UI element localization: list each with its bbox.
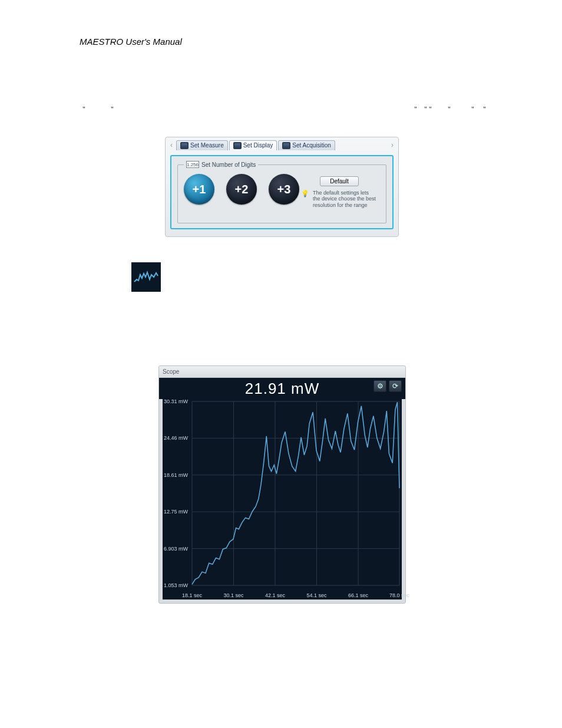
scope-titlebar: Scope [159, 366, 405, 378]
gear-icon: ⚙ [377, 382, 384, 390]
tabs-scroll-right[interactable]: › [389, 140, 396, 150]
scope-window: Scope 21.91 mW ⚙ ⟳ 30.31 mW24.46 mW18.61… [158, 365, 406, 604]
digits-legend-text: Set Number of Digits [201, 162, 256, 168]
quote-mark: " [414, 105, 417, 114]
scope-refresh-button[interactable]: ⟳ [389, 380, 402, 392]
page-header: MAESTRO User's Manual [80, 37, 182, 47]
default-hint: 💡 The default settings lets the device c… [301, 190, 378, 208]
digits-legend: 1.256 Set Number of Digits [184, 161, 258, 168]
digit-option-label: +1 [193, 183, 206, 196]
x-tick-label: 66.1 sec [348, 592, 368, 598]
default-button[interactable]: Default [320, 176, 359, 186]
quote-mark: " [111, 105, 114, 114]
digits-badge-icon: 1.256 [186, 161, 199, 168]
x-tick-label: 54.1 sec [307, 592, 327, 598]
quote-mark: " [471, 105, 474, 114]
tab-label: Set Acquisition [292, 142, 331, 149]
tab-set-measure[interactable]: Set Measure [176, 140, 228, 150]
refresh-icon: ⟳ [392, 382, 398, 390]
quote-mark: " [82, 105, 85, 114]
digit-option-label: +2 [235, 183, 249, 196]
set-display-panel: ‹ Set Measure Set Display Set Acquisitio… [165, 137, 399, 237]
quote-mark: " [483, 105, 486, 114]
scope-reading-value: 21.91 mW [245, 380, 320, 398]
digits-fieldset: 1.256 Set Number of Digits +1 +2 +3 Defa… [177, 161, 386, 223]
acquisition-icon [282, 142, 290, 149]
scope-x-axis: 18.1 sec30.1 sec42.1 sec54.1 sec66.1 sec… [163, 588, 402, 599]
scope-plot-area: 30.31 mW24.46 mW18.61 mW12.75 mW6.903 mW… [163, 399, 402, 588]
tabs-scroll-left[interactable]: ‹ [168, 140, 175, 150]
scope-reading-row: 21.91 mW ⚙ ⟳ [159, 378, 405, 399]
quote-mark: " " [424, 105, 432, 114]
measure-icon [180, 142, 189, 149]
x-tick-label: 18.1 sec [182, 592, 202, 598]
scope-settings-button[interactable]: ⚙ [373, 380, 386, 392]
tab-set-display[interactable]: Set Display [229, 140, 277, 150]
panel-content: 1.256 Set Number of Digits +1 +2 +3 Defa… [170, 155, 394, 229]
x-tick-label: 30.1 sec [224, 592, 244, 598]
scope-mode-icon [131, 262, 161, 292]
x-tick-label: 78.0 sec [389, 592, 409, 598]
scope-toolbar: ⚙ ⟳ [373, 380, 402, 392]
digits-plus-1-button[interactable]: +1 [184, 174, 214, 205]
digits-plus-2-button[interactable]: +2 [226, 174, 257, 205]
default-button-label: Default [330, 178, 349, 185]
display-icon [233, 142, 242, 149]
tab-label: Set Display [243, 142, 273, 149]
waveform-icon [134, 269, 158, 285]
lightbulb-icon: 💡 [301, 190, 309, 197]
tab-label: Set Measure [190, 142, 224, 149]
panel-tabs: ‹ Set Measure Set Display Set Acquisitio… [166, 137, 398, 151]
digits-plus-3-button[interactable]: +3 [269, 174, 299, 205]
manual-title: MAESTRO User's Manual [80, 37, 182, 47]
x-tick-label: 42.1 sec [265, 592, 285, 598]
hint-text: The default settings lets the device cho… [313, 190, 378, 208]
default-column: Default 💡 The default settings lets the … [301, 176, 378, 208]
scope-title: Scope [163, 368, 179, 375]
tab-set-acquisition[interactable]: Set Acquisition [278, 140, 335, 150]
digit-option-label: +3 [277, 183, 291, 196]
quote-mark: " [448, 105, 451, 114]
